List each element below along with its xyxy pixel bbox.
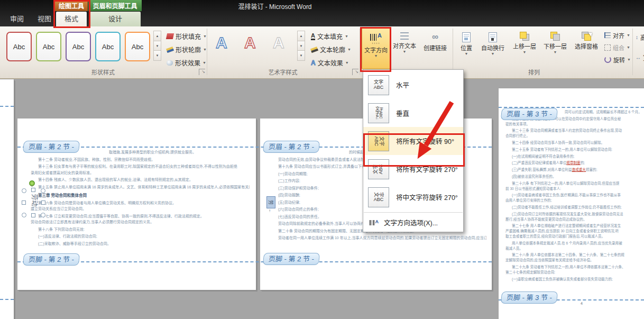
text-line: (三)劳动合同订立时所依据的客观情况发生重大变化,致使原劳动合同无法 <box>505 212 644 217</box>
shape-style-swatch[interactable]: Abc <box>66 32 91 61</box>
send-backward-icon <box>550 32 560 41</box>
bring-forward-icon <box>520 32 529 41</box>
align-text-button[interactable]: 对齐文本 ▼ <box>391 28 418 68</box>
create-link-button[interactable]: ∞ 创建链接 <box>420 28 450 68</box>
group-icon <box>604 44 611 51</box>
shape-style-swatch[interactable]: Abc <box>6 32 32 61</box>
wrap-text-icon <box>489 32 497 42</box>
selection-handle[interactable] <box>41 213 45 217</box>
gallery-more-icon[interactable]: ▼ <box>153 50 161 61</box>
ribbon: Abc Abc Abc Abc Abc ▲ ▼ ▼ 形状填充▼ 形状轮廓▼ 形状… <box>0 26 644 79</box>
link-icon: ∞ <box>432 32 438 42</box>
selection-pane-button[interactable]: 选择窗格 <box>571 28 602 68</box>
menu-item-rotate-90[interactable]: 文字ABC 将所有文字旋转 90° <box>363 127 463 155</box>
menu-item-rotate-cjk-270[interactable]: 文字ABC 将中文字符旋转 270° <box>363 183 463 211</box>
selection-handle[interactable] <box>22 200 26 205</box>
shape-fill-button[interactable]: 形状填充▼ <box>167 31 207 42</box>
scroll-up-icon[interactable]: ▲ <box>153 31 161 41</box>
text-rotate-90-icon: 文字ABC <box>368 131 389 151</box>
shape-style-swatch[interactable]: Abc <box>95 32 121 61</box>
text-line: (二)严重违反劳动纪律或者用人单位规章制度的; <box>505 160 644 166</box>
shape-effects-button[interactable]: 形状效果▼ <box>167 57 206 68</box>
shape-style-swatch[interactable]: Abc <box>125 32 150 61</box>
text-line: 严重困难,确需裁减人员的,应当提前 30 日向工会或者全体职工说明情况,听 <box>505 229 644 234</box>
selection-handle[interactable] <box>22 188 26 193</box>
text-effects-button[interactable]: A 文本效果▼ <box>311 57 349 68</box>
footer-tag-section2-right: 页脚 - 第 2 节 - <box>263 253 320 265</box>
dialog-launcher-icon[interactable]: ↘ <box>199 69 205 75</box>
wordart-gallery-scroll: ▲ ▼ ▼ <box>297 31 305 60</box>
tab-format[interactable]: 格式 <box>56 12 87 26</box>
chevron-down-icon: ▼ <box>203 61 206 65</box>
chevron-down-icon: ▼ <box>403 50 407 53</box>
wordart-style-swatch[interactable]: A <box>244 34 256 52</box>
text-line: 取工会或者职工的意见,经向劳动行政部门报告后,可以裁减人员。 <box>505 234 644 239</box>
rotate-button[interactable]: 旋转▼ <box>604 54 631 65</box>
text-line: 第二十七条 用人单位濒临破产进行法定整顿期间或者生产经营状况发生 <box>505 223 644 229</box>
text-line: (四)被依法追究刑事责任的。 <box>505 174 644 179</box>
dialog-launcher-icon[interactable]: ↘ <box>352 69 358 75</box>
send-backward-button[interactable]: 下移一层 ▼ <box>540 28 570 68</box>
selection-pane-icon <box>582 32 591 41</box>
tab-review[interactable]: 审阅 <box>4 12 30 26</box>
wordart-style-swatch[interactable]: A <box>216 34 227 52</box>
text-line: 第二十八条 用人单位依据本法第二十四条、第二十六条、第二十七条的规 <box>505 252 644 258</box>
chevron-down-icon: ▼ <box>345 34 348 38</box>
chevron-down-icon: ▼ <box>465 52 468 56</box>
text-line: 前 30 日以书面形式通知劳动者本人: <box>505 186 644 192</box>
contextual-tab-header-footer-tools[interactable]: 页眉和页脚工具 <box>88 0 142 11</box>
menu-item-horizontal[interactable]: 文字ABC 水平 <box>363 71 463 99</box>
rotate-icon <box>604 56 611 63</box>
contextual-tab-drawing-tools[interactable]: 绘图工具 <box>55 0 88 11</box>
scroll-up-icon[interactable]: ▲ <box>297 31 305 41</box>
width-button[interactable]: ↔ 宽度 <box>636 52 644 63</box>
width-icon: ↔ <box>636 54 641 60</box>
scroll-down-icon[interactable]: ▼ <box>153 41 161 51</box>
menu-item-text-direction-options[interactable]: A 文字方向选项(X)... <box>363 214 463 231</box>
group-button[interactable]: 组合▼ <box>604 42 630 53</box>
text-line: (三)严重失职,营私舞弊,对用人单位利益造成重大损害的; <box>505 167 644 172</box>
menu-separator <box>364 212 463 213</box>
selection-handle[interactable] <box>22 213 26 217</box>
word-window: 绘图工具 页眉和页脚工具 混排装订 - Microsoft Word 审阅 视图… <box>0 0 644 319</box>
chevron-down-icon: ▼ <box>345 61 349 65</box>
wrap-text-button[interactable]: 自动换行 ▼ <box>478 28 508 68</box>
height-button[interactable]: ↕ 高度 <box>636 32 644 43</box>
position-button[interactable]: 位置 ▼ <box>456 28 477 68</box>
scroll-down-icon[interactable]: ▼ <box>297 41 305 51</box>
menu-item-rotate-270[interactable]: 文字ABC 将所有文字旋转 270° <box>363 155 463 183</box>
chevron-down-icon: ▼ <box>374 54 378 58</box>
tab-design[interactable]: 设计 <box>90 12 141 26</box>
text-line: 履行,经当事人协商不能就变更劳动合同达成协议的。 <box>505 217 644 222</box>
selection-handle[interactable] <box>41 188 45 193</box>
text-direction-menu: 文字ABC 水平 文字A↓字ABC 垂直 文字ABC 将所有文字旋转 90° 文… <box>363 69 464 232</box>
text-line: 第十八条 下列劳动合同无效: <box>31 226 250 233</box>
text-line: 用人单位依据本条规定裁减人员,在 6 个月内录用人员的,应当优先录用被 <box>505 241 644 246</box>
text-line: 劳动合同依法订立即具有法律约束力,当事人必须履行劳动合同规定的义务。 <box>31 219 250 225</box>
selection-handle[interactable] <box>31 213 35 217</box>
text-outline-button[interactable]: 文本轮廓▼ <box>311 44 351 55</box>
text-line: 建立劳动关系应当订立劳动合同。 <box>31 206 250 212</box>
bring-forward-button[interactable]: 上移一层 ▼ <box>510 28 539 68</box>
text-fill-button[interactable]: A 文本填充▼ <box>311 31 348 42</box>
text-line: 第十五条 禁止用人单位招用未满 16 周岁的未成年人。文艺、体育和特种工艺单位招… <box>31 184 250 190</box>
chevron-down-icon: ▼ <box>523 50 527 54</box>
window-title: 混排装订 - Microsoft Word <box>180 2 370 11</box>
chevron-down-icon: ▼ <box>347 48 351 51</box>
wordart-style-swatch[interactable]: A <box>273 34 284 52</box>
text-line: 密的有关事项。 <box>505 122 644 127</box>
shape-style-swatch[interactable]: Abc <box>36 32 61 61</box>
chevron-down-icon: ▼ <box>491 52 495 56</box>
shape-outline-button[interactable]: 形状轮廓▼ <box>167 44 207 55</box>
text-direction-button[interactable]: A ↓↓↓↓ 文字方向 ▼ <box>362 28 390 69</box>
align-button[interactable]: 对齐▼ <box>604 30 630 41</box>
gallery-more-icon[interactable]: ▼ <box>297 50 305 61</box>
text-line: 第二十五条 劳动者有下列情形之一的,用人单位可以解除劳动合同: <box>505 147 644 152</box>
selected-textbox-middle[interactable]: 劳 <box>266 196 275 208</box>
text-line: 第十三条 妇女享有与男子平等的就业权利。在录用职工时,除国家规定的不适合妇女的工… <box>31 163 250 170</box>
selection-handle[interactable] <box>31 188 35 192</box>
position-icon <box>462 32 471 42</box>
group-label-wordart-styles: 艺术字样式 <box>241 68 325 76</box>
tab-view[interactable]: 视图 <box>32 12 57 26</box>
selection-handle[interactable] <box>41 200 45 205</box>
